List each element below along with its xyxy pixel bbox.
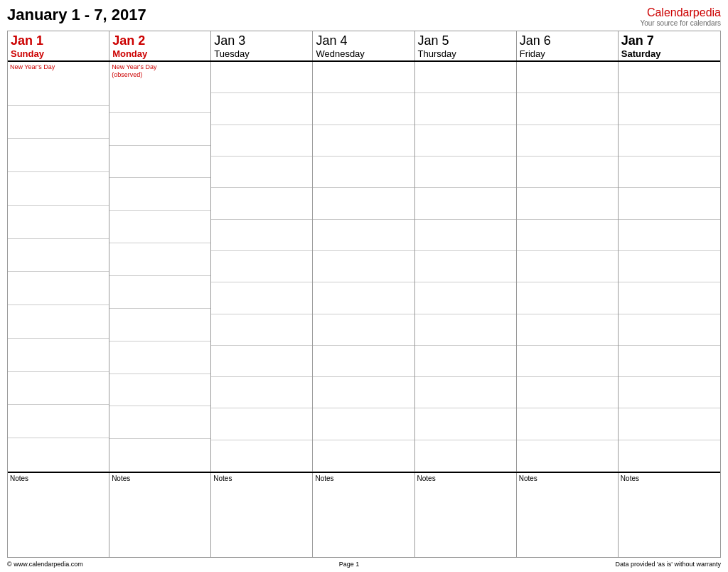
time-row bbox=[211, 346, 312, 377]
header: January 1 - 7, 2017 Calendarpedia Your s… bbox=[7, 6, 721, 28]
notes-col-5: Notes bbox=[517, 473, 619, 557]
time-row bbox=[313, 157, 414, 188]
notes-label-2: Notes bbox=[213, 475, 310, 482]
time-row bbox=[8, 372, 109, 406]
brand: Calendarpedia Your source for calendars bbox=[640, 6, 721, 28]
day-header-0: Jan 1 Sunday bbox=[8, 31, 109, 60]
time-row bbox=[211, 188, 312, 219]
time-row bbox=[517, 62, 618, 93]
notes-area: Notes Notes Notes Notes Notes Notes Note… bbox=[8, 472, 720, 557]
time-row bbox=[109, 439, 210, 471]
day-num-5: Jan 6 bbox=[520, 33, 615, 48]
notes-col-1: Notes bbox=[109, 473, 211, 557]
time-row bbox=[415, 157, 516, 188]
time-row bbox=[619, 377, 720, 408]
day-name-5: Friday bbox=[520, 48, 615, 59]
time-rows-6 bbox=[619, 62, 720, 471]
time-row bbox=[517, 125, 618, 157]
time-row bbox=[415, 440, 516, 471]
time-row bbox=[313, 314, 414, 346]
day-num-2: Jan 3 bbox=[214, 33, 309, 48]
time-row bbox=[517, 251, 618, 282]
time-row bbox=[8, 272, 109, 305]
brand-name-pedia: pedia bbox=[693, 6, 721, 18]
day-name-0: Sunday bbox=[11, 48, 106, 59]
time-row bbox=[8, 305, 109, 339]
time-row bbox=[109, 211, 210, 243]
time-row bbox=[313, 377, 414, 408]
event-area-6 bbox=[619, 62, 720, 472]
page-title: January 1 - 7, 2017 bbox=[7, 6, 146, 24]
time-row bbox=[517, 220, 618, 251]
event-area-3 bbox=[313, 62, 414, 472]
notes-label-4: Notes bbox=[417, 475, 514, 482]
time-row bbox=[109, 341, 210, 374]
time-row bbox=[211, 220, 312, 251]
time-rows-5 bbox=[517, 62, 618, 471]
time-row bbox=[415, 62, 516, 93]
day-column-3 bbox=[313, 62, 414, 472]
time-row bbox=[517, 408, 618, 440]
time-row bbox=[415, 188, 516, 219]
time-row bbox=[313, 282, 414, 314]
time-rows-0 bbox=[8, 73, 109, 471]
time-row bbox=[415, 346, 516, 377]
day-column-0: New Year's Day bbox=[8, 62, 109, 472]
time-row bbox=[517, 93, 618, 125]
notes-label-0: Notes bbox=[10, 475, 107, 482]
time-row bbox=[8, 438, 109, 471]
time-row bbox=[517, 157, 618, 188]
day-name-1: Monday bbox=[112, 48, 208, 59]
time-row bbox=[313, 125, 414, 157]
time-row bbox=[313, 408, 414, 440]
notes-col-0: Notes bbox=[8, 473, 109, 557]
time-row bbox=[8, 239, 109, 272]
calendar-body: New Year's Day bbox=[8, 62, 720, 472]
notes-label-6: Notes bbox=[621, 475, 718, 482]
time-row bbox=[313, 62, 414, 93]
time-row bbox=[211, 251, 312, 282]
event-area-2 bbox=[211, 62, 312, 472]
time-row bbox=[619, 440, 720, 471]
time-row bbox=[8, 172, 109, 206]
time-row bbox=[313, 440, 414, 471]
time-row bbox=[313, 220, 414, 251]
day-header-6: Jan 7 Saturday bbox=[619, 31, 720, 60]
notes-col-3: Notes bbox=[313, 473, 414, 557]
page: January 1 - 7, 2017 Calendarpedia Your s… bbox=[0, 0, 728, 572]
time-row bbox=[8, 206, 109, 239]
brand-tagline: Your source for calendars bbox=[640, 19, 721, 28]
time-row bbox=[8, 339, 109, 372]
footer-right: Data provided 'as is' without warranty bbox=[615, 561, 721, 568]
notes-col-2: Notes bbox=[211, 473, 313, 557]
day-num-6: Jan 7 bbox=[621, 33, 717, 48]
event-area-1: New Year's Day(observed) bbox=[109, 62, 210, 472]
time-row bbox=[109, 406, 210, 439]
time-row bbox=[109, 113, 210, 146]
time-row bbox=[109, 276, 210, 309]
day-column-4 bbox=[415, 62, 517, 472]
time-row bbox=[8, 73, 109, 106]
holiday-1: New Year's Day(observed) bbox=[109, 62, 210, 80]
time-row bbox=[109, 309, 210, 341]
time-row bbox=[415, 251, 516, 282]
day-column-1: New Year's Day(observed) bbox=[109, 62, 211, 472]
time-row bbox=[211, 440, 312, 471]
day-column-2 bbox=[211, 62, 313, 472]
time-row bbox=[8, 106, 109, 139]
time-row bbox=[109, 243, 210, 276]
day-column-6 bbox=[619, 62, 720, 472]
time-row bbox=[517, 314, 618, 346]
day-headers: Jan 1 Sunday Jan 2 Monday Jan 3 Tuesday … bbox=[8, 31, 720, 62]
notes-label-1: Notes bbox=[112, 475, 208, 482]
time-row bbox=[619, 188, 720, 219]
day-name-2: Tuesday bbox=[214, 48, 309, 59]
time-row bbox=[109, 374, 210, 407]
time-row bbox=[415, 93, 516, 125]
time-row bbox=[619, 408, 720, 440]
day-num-4: Jan 5 bbox=[418, 33, 513, 48]
time-row bbox=[619, 93, 720, 125]
day-name-4: Thursday bbox=[418, 48, 513, 59]
event-area-5 bbox=[517, 62, 618, 472]
time-rows-3 bbox=[313, 62, 414, 471]
